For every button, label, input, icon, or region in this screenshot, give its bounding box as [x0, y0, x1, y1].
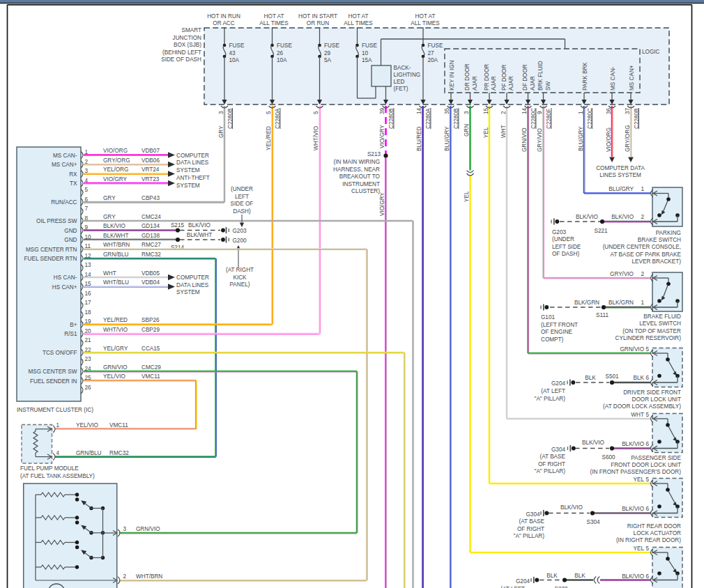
svg-text:ALL TIMES: ALL TIMES	[344, 20, 373, 26]
svg-text:LOCK ACTUATOR: LOCK ACTUATOR	[634, 530, 681, 536]
svg-text:FUEL SENDER RTN: FUEL SENDER RTN	[24, 256, 77, 262]
svg-text:YEL/VIO: YEL/VIO	[76, 422, 98, 428]
svg-text:FRONT DOOR LOCK UNIT: FRONT DOOR LOCK UNIT	[611, 462, 681, 468]
svg-text:ALL TIMES: ALL TIMES	[411, 20, 440, 26]
svg-text:HOT IN START: HOT IN START	[298, 13, 337, 20]
svg-text:GND: GND	[64, 228, 77, 234]
svg-text:FUSE: FUSE	[324, 42, 339, 49]
svg-text:RMC27: RMC27	[141, 242, 161, 248]
svg-text:5: 5	[646, 412, 650, 418]
svg-text:S213: S213	[367, 151, 381, 157]
svg-text:GRN/VIO: GRN/VIO	[103, 364, 128, 371]
svg-text:18: 18	[85, 309, 92, 316]
svg-text:INSTRUMENT CLUSTER (IC): INSTRUMENT CLUSTER (IC)	[17, 407, 93, 413]
svg-text:DF DOOR: DF DOOR	[522, 64, 528, 91]
svg-text:14: 14	[416, 107, 422, 114]
svg-text:CMC24: CMC24	[141, 214, 161, 220]
svg-text:2: 2	[123, 573, 127, 580]
svg-text:G101: G101	[541, 314, 555, 320]
svg-text:COMPT): COMPT)	[541, 336, 564, 343]
svg-text:RIGHT REAR DOOR: RIGHT REAR DOOR	[627, 523, 681, 529]
svg-text:OR RUN: OR RUN	[307, 20, 329, 26]
svg-text:SMART: SMART	[181, 27, 201, 33]
svg-text:(IN RIGHT REAR DOOR): (IN RIGHT REAR DOOR)	[616, 537, 681, 543]
svg-text:FUSE: FUSE	[277, 42, 292, 49]
svg-text:26: 26	[85, 385, 92, 391]
svg-text:PR DOOR: PR DOOR	[484, 64, 490, 91]
svg-text:26: 26	[277, 50, 284, 56]
svg-text:YEL: YEL	[464, 191, 470, 202]
svg-text:SYSTEM: SYSTEM	[176, 167, 200, 173]
svg-text:LEVEL SWITCH: LEVEL SWITCH	[639, 320, 681, 327]
svg-text:DR DOOR: DR DOOR	[464, 63, 470, 91]
svg-text:(AT DOOR LOCK ASSEMBLY): (AT DOOR LOCK ASSEMBLY)	[603, 403, 681, 410]
svg-text:GRN/BLU: GRN/BLU	[76, 450, 101, 456]
svg-text:(AT BASE: (AT BASE	[540, 454, 565, 460]
svg-text:HOT AT: HOT AT	[415, 13, 436, 20]
svg-text:21: 21	[85, 337, 92, 343]
svg-text:RMC32: RMC32	[109, 450, 129, 456]
svg-text:CLUSTER): CLUSTER)	[351, 188, 380, 194]
svg-text:PASSENGER SIDE: PASSENGER SIDE	[631, 455, 681, 461]
svg-text:FUEL PUMP MODULE: FUEL PUMP MODULE	[20, 465, 79, 472]
svg-text:HARNESS, NEAR: HARNESS, NEAR	[333, 167, 380, 173]
svg-text:14: 14	[521, 107, 528, 114]
svg-text:5: 5	[266, 111, 272, 114]
svg-text:HS CAN+: HS CAN+	[52, 284, 77, 291]
svg-text:G304: G304	[526, 511, 540, 518]
svg-text:29: 29	[324, 50, 331, 56]
svg-text:OIL PRESS SW: OIL PRESS SW	[36, 218, 77, 224]
svg-text:PANEL): PANEL)	[230, 281, 250, 288]
svg-text:BLU/RED: BLU/RED	[416, 126, 422, 151]
svg-text:G203: G203	[233, 228, 247, 234]
svg-text:5: 5	[646, 477, 650, 483]
svg-text:AJAR: AJAR	[530, 76, 536, 91]
svg-text:(AT LEFT: (AT LEFT	[541, 388, 565, 394]
svg-text:7: 7	[85, 206, 89, 212]
svg-text:COMPUTER: COMPUTER	[176, 274, 209, 281]
svg-text:CYLINDER RESERVOIR): CYLINDER RESERVOIR)	[615, 335, 682, 341]
svg-text:AT BASE OF PARK BRAKE: AT BASE OF PARK BRAKE	[611, 252, 682, 258]
svg-text:GD134: GD134	[141, 223, 160, 229]
svg-text:FUEL SENDER IN: FUEL SENDER IN	[30, 378, 77, 385]
svg-text:2: 2	[641, 271, 645, 277]
svg-text:WHT/VIO: WHT/VIO	[103, 327, 128, 333]
svg-text:GRY: GRY	[218, 125, 224, 138]
svg-text:SYSTEM: SYSTEM	[176, 183, 200, 189]
svg-text:B+: B+	[70, 322, 77, 328]
svg-text:MS CAN+: MS CAN+	[52, 162, 77, 168]
svg-text:VMC11: VMC11	[109, 422, 128, 428]
svg-text:GRY/ORG: GRY/ORG	[103, 157, 130, 164]
svg-text:(UNDER: (UNDER	[231, 186, 253, 192]
svg-text:G204: G204	[551, 380, 565, 387]
svg-text:BLU/GRY: BLU/GRY	[609, 186, 634, 192]
svg-text:6: 6	[646, 441, 650, 447]
svg-text:BLK: BLK	[546, 573, 558, 579]
svg-text:LOGIC: LOGIC	[642, 49, 660, 55]
svg-text:CCA15: CCA15	[141, 346, 160, 352]
svg-text:BLK/WHT: BLK/WHT	[103, 233, 128, 239]
svg-text:TCS ON/OFF: TCS ON/OFF	[43, 350, 77, 356]
svg-text:"A" PILLAR): "A" PILLAR)	[514, 533, 545, 539]
svg-text:ANTI-THEFT: ANTI-THEFT	[176, 175, 210, 181]
svg-text:(FET): (FET)	[394, 86, 408, 92]
svg-text:15: 15	[483, 107, 489, 114]
svg-text:COMPUTER: COMPUTER	[176, 153, 209, 159]
svg-text:BLK/VIO: BLK/VIO	[560, 504, 583, 511]
svg-text:GRY: GRY	[103, 195, 116, 201]
svg-text:17: 17	[85, 300, 92, 306]
svg-text:COMPUTER DATA: COMPUTER DATA	[596, 165, 645, 171]
svg-text:OF RIGHT: OF RIGHT	[517, 526, 544, 532]
svg-text:SYSTEM: SYSTEM	[176, 289, 200, 295]
svg-text:20A: 20A	[428, 57, 438, 63]
svg-text:YEL/VIO: YEL/VIO	[103, 373, 125, 380]
svg-text:VDB07: VDB07	[141, 148, 160, 154]
svg-text:VIO/ORG: VIO/ORG	[103, 148, 128, 154]
svg-text:BRAKE FLUID: BRAKE FLUID	[643, 314, 681, 320]
svg-text:GRY/VIO: GRY/VIO	[537, 128, 543, 152]
svg-text:WHT: WHT	[103, 270, 116, 277]
svg-text:GRY/ORG: GRY/ORG	[625, 125, 631, 152]
svg-text:FUSE: FUSE	[229, 42, 245, 49]
svg-text:OF DASH): OF DASH)	[552, 251, 579, 257]
svg-text:BLK/GRN: BLK/GRN	[574, 300, 599, 306]
